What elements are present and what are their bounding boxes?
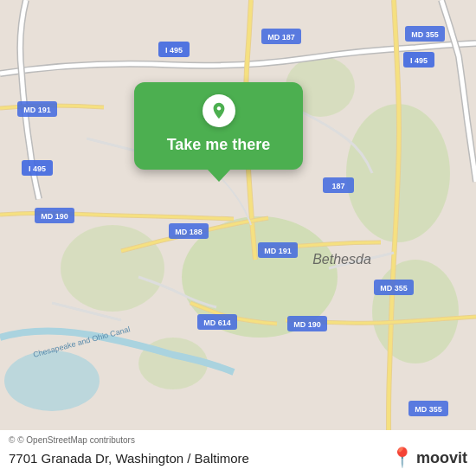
copyright-symbol: © bbox=[9, 435, 15, 445]
osm-contributors: © OpenStreetMap contributors bbox=[17, 435, 135, 445]
svg-point-3 bbox=[61, 225, 164, 312]
location-pin-icon bbox=[203, 94, 235, 127]
moovit-pin-icon: 📍 bbox=[390, 447, 414, 469]
take-me-there-button[interactable]: Take me there bbox=[167, 136, 271, 154]
svg-text:I 495: I 495 bbox=[165, 46, 183, 55]
moovit-brand-text: moovit bbox=[416, 449, 467, 467]
svg-point-2 bbox=[372, 260, 459, 363]
svg-text:MD 190: MD 190 bbox=[293, 320, 321, 329]
address-line: 7701 Granada Dr, Washington / Baltimore … bbox=[9, 447, 467, 469]
svg-text:MD 355: MD 355 bbox=[380, 284, 408, 293]
svg-text:MD 190: MD 190 bbox=[41, 212, 68, 221]
svg-text:187: 187 bbox=[331, 182, 344, 190]
svg-text:MD 187: MD 187 bbox=[267, 33, 295, 42]
map-roads-layer: I 495 MD 187 MD 355 MD 191 I 495 MD 187 … bbox=[0, 0, 476, 476]
moovit-logo: 📍 moovit bbox=[390, 447, 467, 469]
svg-text:MD 355: MD 355 bbox=[415, 405, 442, 414]
svg-text:Bethesda: Bethesda bbox=[312, 252, 371, 267]
svg-text:MD 191: MD 191 bbox=[23, 106, 51, 114]
svg-text:I 495: I 495 bbox=[29, 164, 46, 173]
address-text: 7701 Granada Dr, Washington / Baltimore bbox=[9, 451, 249, 466]
svg-text:I 495: I 495 bbox=[410, 56, 428, 65]
popup-bubble[interactable]: Take me there bbox=[134, 82, 303, 170]
svg-text:MD 355: MD 355 bbox=[411, 30, 439, 39]
svg-text:MD 191: MD 191 bbox=[264, 247, 292, 255]
svg-text:MD 188: MD 188 bbox=[175, 228, 203, 236]
map-container[interactable]: I 495 MD 187 MD 355 MD 191 I 495 MD 187 … bbox=[0, 0, 476, 476]
svg-point-6 bbox=[4, 351, 100, 411]
footer: © © OpenStreetMap contributors 7701 Gran… bbox=[0, 430, 476, 476]
copyright-text: © © OpenStreetMap contributors bbox=[9, 435, 467, 445]
pin-svg bbox=[209, 101, 228, 120]
svg-text:MD 614: MD 614 bbox=[203, 318, 231, 327]
